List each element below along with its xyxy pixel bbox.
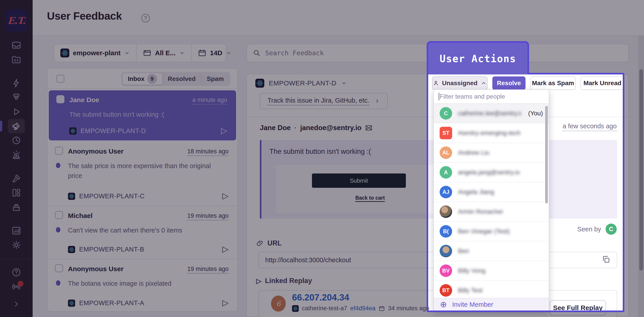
sidebar-collapse-button[interactable] (12, 300, 21, 310)
assignee-name-redacted: Ben (458, 248, 469, 255)
assignee-filter-input[interactable] (440, 93, 544, 100)
sidebar-item-help[interactable] (8, 265, 25, 280)
assignee-option[interactable]: A angela.jang@sentry.io (434, 163, 549, 182)
sidebar-item-feedback[interactable] (8, 119, 25, 133)
copy-url-button[interactable] (602, 255, 610, 265)
replay-ip-link[interactable]: 66.207.204.34 (292, 292, 349, 302)
url-section-label: URL (256, 239, 282, 247)
org-logo-text: E.T. (8, 15, 25, 26)
date-range-filter[interactable]: 14D (191, 44, 238, 62)
linked-replay-section-label[interactable]: ▷ Linked Replay (256, 277, 312, 285)
unread-dot (56, 280, 60, 286)
notification-dot (18, 281, 24, 286)
invite-member-option[interactable]: ⊕ Invite Member (434, 298, 549, 311)
environment-filter-label: All E... (155, 49, 176, 57)
avatar-photo (440, 206, 452, 218)
assignee-dropdown-button[interactable]: Unassigned (432, 76, 488, 90)
sidebar-item-discover[interactable] (8, 171, 25, 186)
assignee-name-redacted: angela.jang@sentry.io (458, 169, 520, 176)
environment-filter[interactable]: All E... (136, 44, 191, 62)
assignee-option[interactable]: AL Andrew Liu (434, 143, 549, 163)
lightning-icon (11, 78, 22, 88)
assignee-option[interactable]: B( Ben Vinegar (Test) (434, 222, 549, 242)
sidebar-item-issues[interactable] (8, 38, 25, 52)
paperclip-icon (256, 240, 264, 247)
sidebar-item-crons[interactable] (8, 133, 25, 148)
reporter-name: Jane Doe (260, 124, 291, 132)
org-logo[interactable]: E.T. (5, 10, 28, 32)
replay-play-icon[interactable]: ▷ (222, 192, 228, 200)
feedback-list-item[interactable]: Anonymous User 19 minutes ago The botana… (48, 259, 238, 312)
tab-spam[interactable]: Spam (202, 73, 229, 85)
assignee-name-redacted: Andrew Liu (458, 149, 489, 156)
replay-play-icon[interactable]: ▷ (221, 126, 227, 134)
item-checkbox[interactable] (55, 264, 63, 272)
item-checkbox[interactable] (55, 147, 63, 155)
resolve-button[interactable]: Resolve (492, 76, 526, 90)
seen-by-label: Seen by (577, 226, 601, 233)
mark-unread-button[interactable]: Mark Unread (580, 76, 624, 90)
sidebar-item-replays[interactable] (8, 104, 25, 119)
assignee-you-suffix: (You) (528, 110, 543, 117)
feedback-list-item[interactable]: Anonymous User 18 minutes ago The sale p… (48, 142, 238, 206)
react-project-icon (69, 128, 76, 134)
assignee-option[interactable]: BT Billy Test (434, 281, 549, 300)
sidebar-item-dashboards[interactable] (8, 186, 25, 200)
sidebar-item-performance[interactable] (8, 76, 25, 90)
sidebar-item-releases[interactable] (8, 200, 25, 214)
feedback-list-panel: Inbox 9 Resolved Spam Jane Doe a minute … (47, 68, 238, 312)
replay-id[interactable]: ef4d94ea (350, 305, 376, 312)
invite-member-label: Invite Member (452, 301, 493, 308)
sidebar-divider (0, 259, 33, 259)
assignee-option[interactable]: BV Billy Vong (434, 261, 549, 281)
tab-inbox-label: Inbox (128, 75, 145, 82)
mark-as-spam-button[interactable]: Mark as Spam (530, 76, 576, 90)
sidebar-item-profiling[interactable] (8, 90, 25, 104)
assignee-option[interactable]: C catherine.lee@sentry.io (You) (434, 104, 549, 124)
page-scrollbar[interactable] (638, 36, 644, 317)
assignee-name-redacted: catherine.lee@sentry.io (458, 110, 521, 117)
item-checkbox[interactable] (56, 95, 64, 103)
assignee-option[interactable]: Ben (434, 242, 549, 261)
feedback-list-item[interactable]: Michael 19 minutes ago Can't view the ca… (48, 206, 238, 259)
search-icon (253, 49, 261, 57)
feedback-list-item[interactable]: Jane Doe a minute ago The submit button … (49, 90, 236, 140)
assignee-option[interactable]: AJ Angela Jiang (434, 182, 549, 202)
select-all-checkbox[interactable] (56, 75, 64, 83)
avatar: ST (440, 127, 452, 139)
sidebar-item-alerts[interactable] (8, 148, 25, 162)
play-icon (11, 107, 22, 117)
item-checkbox[interactable] (55, 211, 63, 219)
feedback-author: Anonymous User (68, 148, 124, 155)
sidebar-item-projects[interactable] (8, 52, 25, 66)
avatar: AL (440, 146, 452, 159)
title-help-icon[interactable]: ? (141, 14, 150, 22)
replay-play-icon[interactable]: ▷ (222, 245, 228, 253)
mail-icon[interactable] (365, 124, 372, 132)
project-filter[interactable]: empower-plant (54, 44, 136, 62)
mailbox-tabs: Inbox 9 Resolved Spam (122, 72, 230, 86)
track-issue-button[interactable]: Track this issue in Jira, GitHub, etc. (260, 93, 388, 109)
sidebar-item-settings[interactable] (8, 238, 25, 252)
detail-project-header[interactable]: EMPOWER-PLANT-D (255, 79, 347, 88)
sidebar-item-stats[interactable] (8, 224, 25, 238)
sidebar-item-whats-new[interactable] (8, 280, 25, 294)
avatar: BT (440, 284, 452, 297)
reporter-separator: · (294, 124, 296, 132)
tab-resolved[interactable]: Resolved (162, 73, 201, 85)
tab-inbox[interactable]: Inbox 9 (122, 73, 162, 85)
page-scrollbar-thumb[interactable] (639, 69, 643, 270)
replay-play-icon[interactable]: ▷ (222, 299, 228, 307)
detail-timestamp[interactable]: a few seconds ago (562, 122, 617, 131)
see-full-replay-button[interactable]: See Full Replay (550, 300, 606, 316)
dropdown-scrollbar[interactable] (545, 106, 548, 204)
feedback-message: The sale price is more expensive than th… (68, 161, 211, 181)
react-project-icon (60, 48, 69, 58)
assignee-option[interactable]: Armin Ronacher (434, 202, 549, 222)
detail-project-slug: EMPOWER-PLANT-D (269, 79, 336, 87)
inbox-count-badge: 9 (147, 74, 157, 84)
replay-time: 34 minutes ago (388, 305, 429, 312)
feedback-project: EMPOWER-PLANT-A (68, 299, 144, 307)
tab-spam-label: Spam (207, 75, 224, 82)
assignee-option[interactable]: ST #sentry-emerging-tech (434, 124, 549, 143)
